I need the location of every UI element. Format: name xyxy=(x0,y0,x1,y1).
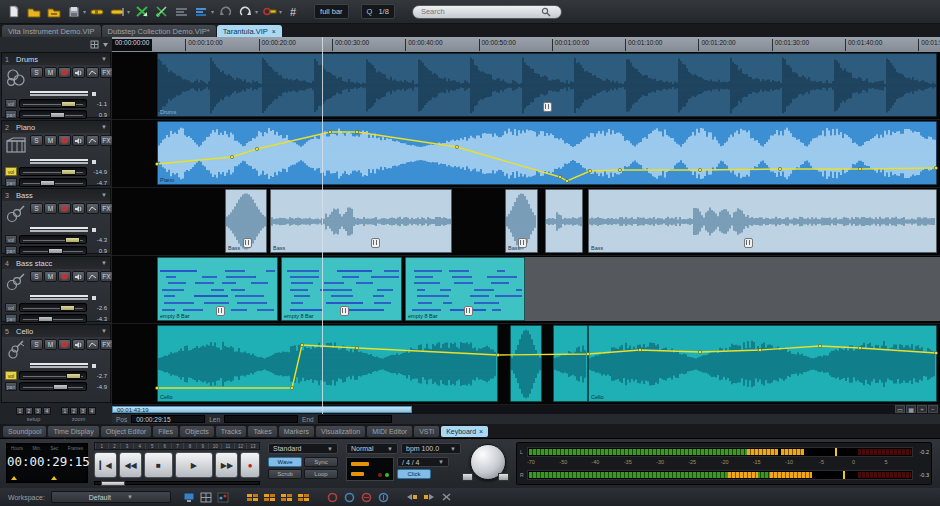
audio-clip[interactable] xyxy=(510,325,542,402)
sync-circle-icon[interactable] xyxy=(343,491,356,503)
automation-button[interactable] xyxy=(86,339,99,350)
drag-hand-icon[interactable] xyxy=(744,238,753,248)
dock-tab-files[interactable]: Files xyxy=(153,426,178,437)
quantize-select[interactable]: Q 1/8 ▼ xyxy=(361,4,395,19)
track-lane-cello[interactable]: CelloCello xyxy=(112,324,940,405)
solo-button[interactable]: S xyxy=(30,203,43,214)
setup-preset-1[interactable]: 1 xyxy=(16,407,24,415)
track-header-bass-stacc[interactable]: 4Bass stacc▼SMFXvol-2.6pan-4.3 xyxy=(1,256,111,322)
loop-end-marker[interactable] xyxy=(51,476,57,480)
document-tab-1[interactable]: Vita Instrument Demo.VIP xyxy=(2,25,101,37)
pan-chip[interactable]: pan xyxy=(5,246,17,255)
nudge-right-icon[interactable] xyxy=(423,491,436,503)
pan-chip[interactable]: pan xyxy=(5,110,17,119)
export-pill-icon[interactable] xyxy=(89,3,106,20)
object-list-icon[interactable] xyxy=(173,3,190,20)
solo-button[interactable]: S xyxy=(30,135,43,146)
bar-position-strip[interactable]: 12345678910111213 xyxy=(94,442,260,450)
audio-clip[interactable]: empty 8 Bar xyxy=(281,257,402,321)
stop-button[interactable]: ■ xyxy=(144,452,172,478)
grid-hash-icon[interactable]: # xyxy=(285,3,302,20)
loop-range-icon-2[interactable] xyxy=(263,491,276,503)
range-pill-icon[interactable] xyxy=(109,3,126,20)
chevron-down-icon[interactable]: ▼ xyxy=(101,192,107,198)
knob-minus-button[interactable] xyxy=(462,473,473,481)
chevron-down-icon[interactable]: ▼ xyxy=(101,56,107,62)
cycle-circle-icon[interactable] xyxy=(377,491,390,503)
solo-button[interactable]: S xyxy=(30,67,43,78)
chevron-down-icon[interactable]: ▾ xyxy=(127,8,130,15)
zoom-out-button[interactable]: − xyxy=(928,405,938,413)
track-header-piano[interactable]: 2Piano▼SMFXvol-14.9pan-4.7 xyxy=(1,120,111,186)
pan-chip[interactable]: pan xyxy=(5,382,17,391)
audio-clip[interactable]: Cello xyxy=(588,325,937,402)
audio-clip[interactable]: Bass xyxy=(270,189,452,253)
play-button[interactable]: ▶ xyxy=(175,452,214,478)
split-mode-icon[interactable] xyxy=(153,3,170,20)
scrub-thumb[interactable] xyxy=(101,481,125,486)
scrub-slider[interactable] xyxy=(94,481,260,485)
import-folder-icon[interactable] xyxy=(45,3,62,20)
volume-slider[interactable] xyxy=(19,371,87,380)
fit-view-button[interactable]: ▭ xyxy=(895,405,905,413)
pos-value[interactable]: 00:00:29:15 xyxy=(131,415,205,423)
pan-chip[interactable]: pan xyxy=(5,178,17,187)
bpm-select[interactable]: bpm 100.0 ▼ xyxy=(401,443,461,454)
automation-button[interactable] xyxy=(86,67,99,78)
monitor-button[interactable] xyxy=(72,203,85,214)
document-tab-2[interactable]: Dubstep Collection Demo.VIP* xyxy=(102,25,216,37)
chevron-down-icon[interactable]: ▼ xyxy=(101,328,107,334)
zoom-preset-3[interactable]: 3 xyxy=(79,407,87,415)
pan-slider[interactable] xyxy=(19,110,87,119)
zoom-in-button[interactable]: + xyxy=(917,405,927,413)
audio-clip[interactable]: Cello xyxy=(157,325,498,402)
drag-hand-icon[interactable] xyxy=(216,306,225,316)
drag-hand-icon[interactable] xyxy=(243,238,252,248)
monitor-button[interactable] xyxy=(72,339,85,350)
range-select[interactable]: Normal ▼ xyxy=(346,443,398,454)
chevron-down-icon[interactable]: ▾ xyxy=(279,8,282,15)
mute-button[interactable]: M xyxy=(44,203,57,214)
dock-tab-keyboard[interactable]: Keyboard× xyxy=(441,426,488,437)
record-arm-button[interactable] xyxy=(58,203,71,214)
mouse-mode-icon[interactable] xyxy=(133,3,150,20)
dock-tab-tracks[interactable]: Tracks xyxy=(216,426,247,437)
dock-tab-visualization[interactable]: Visualization xyxy=(316,426,365,437)
drag-hand-icon[interactable] xyxy=(543,102,552,112)
setup-preset-2[interactable]: 2 xyxy=(25,407,33,415)
loop-range-icon-3[interactable] xyxy=(280,491,293,503)
mixer-grid-icon[interactable] xyxy=(200,491,213,503)
solo-button[interactable]: S xyxy=(30,271,43,282)
audio-clip[interactable]: Bass xyxy=(225,189,267,253)
monitor-button[interactable] xyxy=(72,135,85,146)
close-all-icon[interactable] xyxy=(440,491,453,503)
end-value[interactable] xyxy=(318,415,392,423)
track-lane-drums[interactable]: Drums xyxy=(112,52,940,120)
volume-chip[interactable]: vol xyxy=(5,303,17,312)
volume-chip[interactable]: vol xyxy=(5,371,17,380)
chevron-down-icon[interactable]: ▾ xyxy=(83,8,86,15)
drag-hand-icon[interactable] xyxy=(340,306,349,316)
scrollbar-thumb[interactable]: 00:01:43:19 xyxy=(112,406,412,413)
drag-hand-icon[interactable] xyxy=(464,306,473,316)
dock-tab-markers[interactable]: Markers xyxy=(279,426,314,437)
audio-clip[interactable]: empty 8 Bar xyxy=(405,257,525,321)
automation-button[interactable] xyxy=(86,135,99,146)
record-circle-icon[interactable] xyxy=(326,491,339,503)
pan-slider[interactable] xyxy=(19,246,87,255)
loop-start-marker[interactable] xyxy=(11,476,17,480)
to-start-button[interactable]: ▎◀ xyxy=(94,452,117,478)
audio-clip[interactable]: empty 8 Bar xyxy=(157,257,278,321)
record-arm-button[interactable] xyxy=(58,135,71,146)
sync-mode-button[interactable]: Sync xyxy=(304,457,338,467)
save-icon[interactable] xyxy=(65,3,82,20)
workspace-select[interactable]: Default ▼ xyxy=(51,491,171,503)
visualization-dots-icon[interactable] xyxy=(217,491,230,503)
time-signature-select[interactable]: / 4 / 4 ▼ xyxy=(397,457,449,467)
document-tab-3[interactable]: Tarantula.VIP× xyxy=(217,25,282,37)
mute-button[interactable]: M xyxy=(44,339,57,350)
solo-button[interactable]: S xyxy=(30,339,43,350)
volume-slider[interactable] xyxy=(19,167,87,176)
dock-tab-time-display[interactable]: Time Display xyxy=(48,426,98,437)
loop-range-icon-4[interactable] xyxy=(297,491,310,503)
